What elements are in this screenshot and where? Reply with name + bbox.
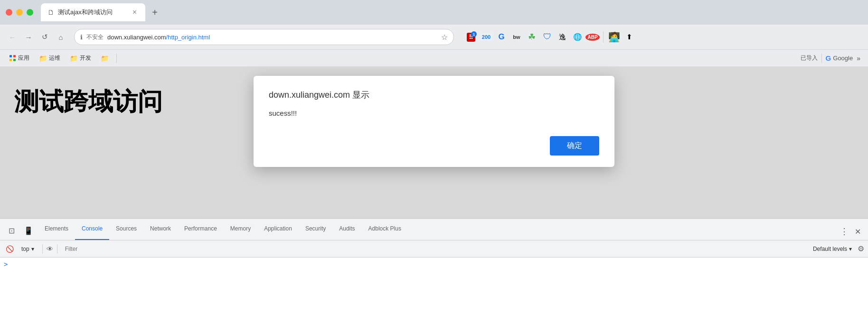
tab-performance-label: Performance [184, 225, 217, 232]
dev-label: 开发 [80, 54, 91, 62]
ext-globe-icon[interactable]: 🌐 [571, 30, 584, 44]
update-button[interactable]: ⬆ [623, 30, 636, 44]
reload-button[interactable]: ↺ [38, 30, 51, 44]
ext-shield-icon[interactable]: 🛡 [540, 30, 554, 44]
console-body: > [0, 258, 868, 313]
eye-filter-icon[interactable]: 👁 [47, 245, 53, 253]
devtools-tab-performance[interactable]: Performance [178, 219, 224, 240]
alert-ok-button[interactable]: 确定 [550, 136, 599, 156]
reload-icon: ↺ [42, 33, 48, 41]
log-level-selector[interactable]: Default levels ▾ [809, 246, 856, 252]
close-icon: ✕ [855, 227, 861, 236]
bookmarks-more-button[interactable]: » [855, 54, 862, 63]
apps-grid-icon [9, 55, 16, 62]
devtools-tab-application[interactable]: Application [257, 219, 299, 240]
title-bar: 🗋 测试ajax和跨域访问 × + [0, 0, 868, 25]
url-path: /http_origin.html [166, 34, 210, 41]
filter-separator-2 [57, 244, 57, 254]
devtools-more-button[interactable]: ⋮ [838, 225, 851, 238]
minimize-traffic-light[interactable] [16, 9, 23, 16]
bookmarks-separator [116, 54, 117, 63]
console-toolbar: 🚫 top ▾ 👁 Default levels ▾ ⚙ [0, 240, 868, 258]
ext-chinese-icon[interactable]: 逸 [556, 30, 569, 44]
maximize-traffic-light[interactable] [27, 9, 33, 16]
devtools-tab-sources[interactable]: Sources [109, 219, 143, 240]
devtools-tab-elements[interactable]: Elements [38, 219, 75, 240]
bookmark-star-icon[interactable]: ☆ [441, 33, 448, 42]
tab-page-icon: 🗋 [47, 9, 54, 16]
close-traffic-light[interactable] [6, 9, 12, 16]
tab-elements-label: Elements [45, 225, 68, 232]
active-tab[interactable]: 🗋 测试ajax和跨域访问 × [41, 3, 145, 21]
devtools-tab-security[interactable]: Security [299, 219, 332, 240]
extensions-area: ⠿ 1 200 G bw ☘ 🛡 [464, 30, 636, 44]
traffic-lights [6, 9, 33, 16]
security-label: 不安全 [86, 33, 104, 41]
filter-separator [42, 244, 43, 254]
nav-bar: ← → ↺ ⌂ ℹ 不安全 down.xuliangwei.com/http_o… [0, 25, 868, 49]
ext-grammarly-icon[interactable]: G [495, 30, 508, 44]
profile-avatar[interactable]: 🧑‍💻 [607, 30, 621, 44]
tab-security-label: Security [305, 225, 326, 232]
devtools-tab-audits[interactable]: Audits [332, 219, 361, 240]
shield-icon: 🛡 [543, 32, 551, 42]
devtools-close-button[interactable]: ✕ [851, 225, 864, 238]
bookmark-apps[interactable]: 应用 [6, 52, 33, 64]
google-bookmark[interactable]: G Google [826, 54, 853, 62]
alert-message: sucess!!! [269, 109, 599, 117]
bw-label: bw [513, 34, 520, 40]
apps-label: 应用 [18, 54, 29, 62]
alert-dialog: down.xuliangwei.com 显示 sucess!!! 确定 [254, 76, 614, 167]
console-clear-button[interactable]: 🚫 [4, 243, 15, 255]
tab-close-button[interactable]: × [131, 7, 139, 18]
tab-memory-label: Memory [230, 225, 251, 232]
url-display[interactable]: down.xuliangwei.com/http_origin.html [107, 34, 437, 41]
address-bar[interactable]: ℹ 不安全 down.xuliangwei.com/http_origin.ht… [74, 29, 454, 45]
folder-icon-3: 📁 [101, 55, 109, 62]
bookmarks-bar: 应用 📁 运维 📁 开发 📁 已导入 G Google » [0, 49, 868, 66]
tab-sources-label: Sources [116, 225, 137, 232]
ext-bw-icon[interactable]: bw [510, 30, 523, 44]
imported-section: 已导入 [801, 54, 818, 62]
ext-200-icon[interactable]: 200 [480, 30, 493, 44]
devtools-tab-adblock[interactable]: Adblock Plus [362, 219, 408, 240]
devtools-inspect-button[interactable]: ⊡ [4, 223, 19, 238]
page-content-area: 测试跨域访问 down.xuliangwei.com 显示 sucess!!! … [0, 66, 868, 218]
alert-buttons: 确定 [269, 136, 599, 156]
globe-icon: 🌐 [573, 33, 582, 41]
google-g-icon: G [826, 54, 831, 62]
devtools-tab-console[interactable]: Console [75, 219, 109, 240]
tab-console-label: Console [82, 225, 103, 232]
context-dropdown-icon: ▾ [31, 246, 34, 252]
bookmark-dev[interactable]: 📁 开发 [66, 52, 95, 64]
abp-label: ABP [585, 34, 599, 41]
tab-application-label: Application [264, 225, 292, 232]
devtools-tab-network[interactable]: Network [143, 219, 178, 240]
bookmark-ops[interactable]: 📁 运维 [35, 52, 64, 64]
top-label: top [21, 246, 29, 252]
alert-title: down.xuliangwei.com 显示 [269, 89, 599, 101]
back-button[interactable]: ← [6, 30, 19, 44]
ext-grid-icon[interactable]: ⠿ 1 [464, 30, 478, 44]
bookmark-folder3[interactable]: 📁 [97, 53, 113, 64]
imported-label: 已导入 [801, 54, 818, 62]
console-settings-icon[interactable]: ⚙ [858, 244, 864, 253]
tab-audits-label: Audits [339, 225, 355, 232]
context-selector[interactable]: top ▾ [17, 243, 38, 255]
nav-divider [603, 31, 604, 43]
bookmarks-separator-2 [821, 54, 822, 63]
forward-button[interactable]: → [22, 30, 35, 44]
url-domain: down.xuliangwei.com [107, 34, 166, 41]
new-tab-button[interactable]: + [147, 5, 162, 20]
devtools-device-button[interactable]: 📱 [21, 223, 36, 238]
devtools-tab-memory[interactable]: Memory [224, 219, 257, 240]
ext-badge: 1 [471, 31, 477, 37]
filter-input[interactable] [61, 246, 807, 252]
ext-abp-icon[interactable]: ABP [586, 30, 599, 44]
ext-shamrock-icon[interactable]: ☘ [525, 30, 538, 44]
log-level-dropdown-icon: ▾ [849, 246, 852, 252]
google-label: Google [833, 55, 853, 62]
inspect-icon: ⊡ [9, 226, 15, 235]
home-button[interactable]: ⌂ [54, 30, 67, 44]
tab-adblock-label: Adblock Plus [368, 225, 401, 232]
